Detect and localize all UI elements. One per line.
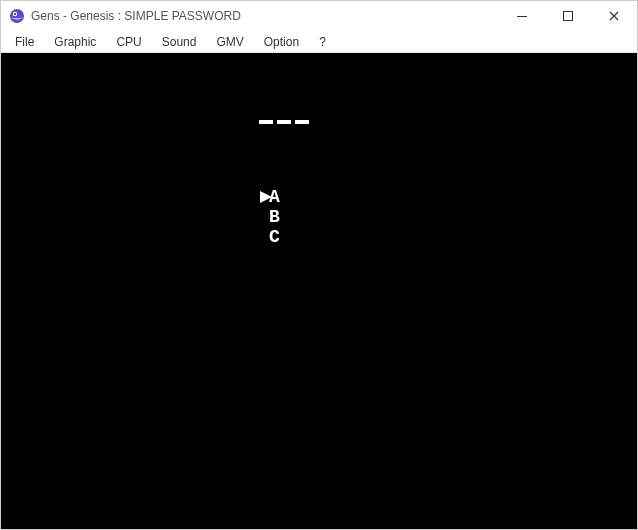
- svg-point-2: [14, 13, 16, 15]
- option-letter: B: [269, 209, 281, 225]
- option-row[interactable]: C: [257, 228, 281, 246]
- password-slot: [295, 120, 309, 124]
- option-letter: A: [269, 189, 281, 205]
- menu-sound[interactable]: Sound: [152, 33, 207, 51]
- maximize-button[interactable]: [545, 1, 591, 31]
- svg-point-0: [10, 9, 24, 23]
- option-letter: C: [269, 229, 281, 245]
- password-options: A B C: [257, 188, 281, 246]
- menu-file[interactable]: File: [5, 33, 44, 51]
- game-viewport[interactable]: A B C: [1, 53, 637, 529]
- menubar: File Graphic CPU Sound GMV Option ?: [1, 31, 637, 53]
- svg-rect-3: [517, 16, 527, 17]
- menu-option[interactable]: Option: [254, 33, 309, 51]
- titlebar: Gens - Genesis : SIMPLE PASSWORD: [1, 1, 637, 31]
- minimize-button[interactable]: [499, 1, 545, 31]
- password-slot: [277, 120, 291, 124]
- option-row[interactable]: A: [257, 188, 281, 206]
- password-slots: [259, 120, 309, 124]
- menu-graphic[interactable]: Graphic: [44, 33, 106, 51]
- option-row[interactable]: B: [257, 208, 281, 226]
- app-window: Gens - Genesis : SIMPLE PASSWORD File Gr…: [0, 0, 638, 530]
- close-button[interactable]: [591, 1, 637, 31]
- app-icon: [9, 8, 25, 24]
- password-slot: [259, 120, 273, 124]
- menu-help[interactable]: ?: [309, 33, 336, 51]
- svg-rect-4: [564, 12, 573, 21]
- menu-cpu[interactable]: CPU: [106, 33, 151, 51]
- window-controls: [499, 1, 637, 31]
- menu-gmv[interactable]: GMV: [206, 33, 253, 51]
- window-title: Gens - Genesis : SIMPLE PASSWORD: [31, 9, 499, 23]
